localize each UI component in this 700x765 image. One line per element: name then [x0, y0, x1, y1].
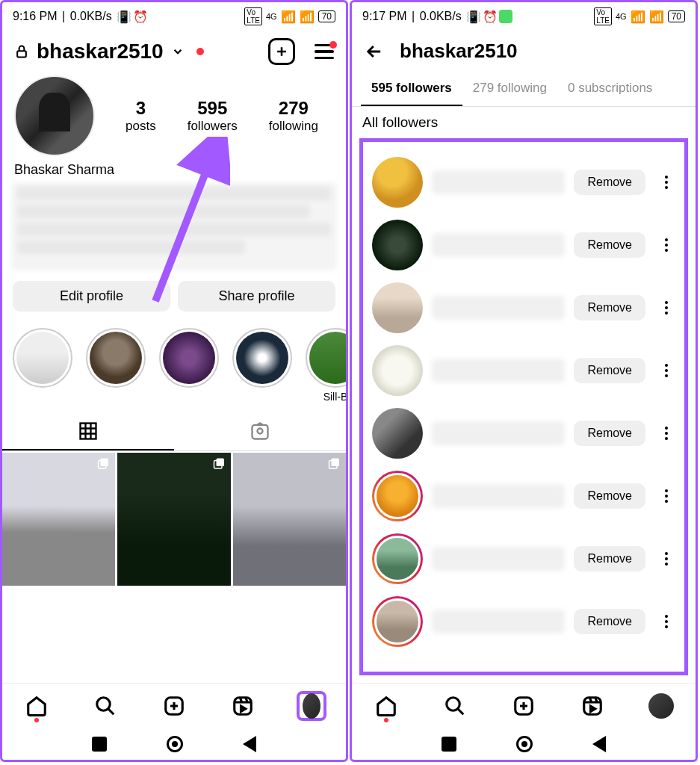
- highlight-4[interactable]: [232, 328, 292, 404]
- remove-follower-button[interactable]: Remove: [574, 358, 645, 383]
- signal-bars-2-icon: 📶: [300, 10, 315, 24]
- nav-reels[interactable]: [228, 691, 258, 721]
- nav-create[interactable]: [159, 691, 189, 721]
- followers-header: bhaskar2510: [352, 31, 696, 72]
- signal-bars-2-icon: 📶: [649, 10, 664, 24]
- follower-row[interactable]: Remove: [368, 465, 680, 527]
- follower-row[interactable]: Remove: [368, 151, 680, 214]
- followers-screen: 9:17 PM | 0.0KB/s 📳 ⏰ VoLTE 4G 📶 📶 70 bh…: [350, 0, 698, 762]
- follower-name-blurred: [432, 170, 565, 194]
- highlight-3[interactable]: [159, 328, 219, 404]
- follower-avatar[interactable]: [372, 220, 423, 270]
- nav-create[interactable]: [509, 691, 539, 721]
- carousel-icon: [213, 457, 226, 471]
- highlight-5[interactable]: Sill-B: [306, 328, 346, 404]
- post-3[interactable]: [233, 453, 346, 586]
- follower-row[interactable]: Remove: [368, 214, 680, 276]
- android-home[interactable]: [516, 736, 533, 752]
- all-followers-label: All followers: [352, 107, 696, 135]
- android-home[interactable]: [167, 736, 183, 752]
- signal-bars-icon: 📶: [631, 10, 645, 24]
- profile-nav-avatar: [303, 693, 320, 719]
- plus-square-icon: [512, 695, 535, 717]
- nav-reels[interactable]: [577, 691, 607, 721]
- grid-tab[interactable]: [2, 413, 174, 450]
- remove-follower-button[interactable]: Remove: [574, 170, 645, 195]
- alarm-icon: ⏰: [133, 10, 148, 24]
- tagged-icon: [250, 421, 270, 442]
- remove-follower-button[interactable]: Remove: [574, 609, 645, 634]
- nav-search[interactable]: [90, 691, 120, 721]
- nav-profile[interactable]: [646, 691, 676, 721]
- more-options-icon[interactable]: [657, 427, 675, 440]
- more-options-icon[interactable]: [657, 489, 675, 503]
- tab-subscriptions[interactable]: 0 subscriptions: [557, 72, 663, 106]
- highlight-1[interactable]: [13, 328, 72, 404]
- followers-stat[interactable]: 595 followers: [188, 98, 238, 134]
- status-net-speed: 0.0KB/s: [420, 10, 462, 23]
- grid-icon: [78, 421, 99, 442]
- remove-follower-button[interactable]: Remove: [574, 421, 645, 446]
- follower-row[interactable]: Remove: [368, 402, 680, 465]
- username-dropdown[interactable]: bhaskar2510: [37, 40, 164, 64]
- carousel-icon: [328, 457, 341, 471]
- following-stat[interactable]: 279 following: [269, 98, 318, 134]
- more-options-icon[interactable]: [657, 615, 675, 628]
- follower-row[interactable]: Remove: [368, 590, 680, 653]
- more-options-icon[interactable]: [657, 301, 675, 315]
- profile-nav-avatar: [648, 693, 674, 719]
- more-options-icon[interactable]: [657, 552, 675, 566]
- highlight-2[interactable]: [86, 328, 146, 404]
- nav-home[interactable]: [371, 691, 401, 721]
- active-app-icon: [499, 10, 512, 23]
- nav-search[interactable]: [440, 691, 470, 721]
- android-recent[interactable]: [92, 737, 107, 752]
- follower-name-blurred: [432, 296, 565, 320]
- posts-stat[interactable]: 3 posts: [126, 98, 156, 134]
- create-post-button[interactable]: [268, 38, 295, 65]
- hamburger-menu-button[interactable]: [315, 44, 334, 60]
- reels-icon: [581, 695, 604, 717]
- follower-avatar[interactable]: [372, 157, 423, 208]
- follower-avatar[interactable]: [372, 408, 423, 459]
- tab-following[interactable]: 279 following: [462, 72, 557, 106]
- remove-follower-button[interactable]: Remove: [574, 295, 645, 320]
- svg-rect-8: [331, 459, 339, 467]
- more-options-icon[interactable]: [657, 176, 675, 189]
- android-recent[interactable]: [442, 737, 456, 752]
- follower-avatar[interactable]: [372, 596, 423, 647]
- followers-list-highlighted: RemoveRemoveRemoveRemoveRemoveRemoveRemo…: [359, 138, 688, 675]
- follower-row[interactable]: Remove: [368, 527, 680, 590]
- svg-rect-0: [17, 51, 26, 57]
- nav-profile[interactable]: [297, 691, 326, 721]
- android-back[interactable]: [592, 736, 606, 752]
- profile-avatar[interactable]: [14, 75, 95, 156]
- tagged-tab[interactable]: [174, 413, 346, 450]
- signal-4g: 4G: [266, 12, 277, 21]
- android-back[interactable]: [243, 736, 256, 752]
- more-options-icon[interactable]: [657, 238, 675, 252]
- follower-avatar[interactable]: [372, 471, 423, 521]
- follower-row[interactable]: Remove: [368, 276, 680, 339]
- edit-profile-button[interactable]: Edit profile: [13, 281, 170, 312]
- display-name: Bhaskar Sharma: [2, 156, 346, 178]
- post-1[interactable]: [2, 453, 115, 586]
- share-profile-button[interactable]: Share profile: [178, 281, 335, 312]
- svg-rect-2: [253, 425, 268, 439]
- remove-follower-button[interactable]: Remove: [574, 483, 645, 509]
- tab-followers[interactable]: 595 followers: [361, 72, 462, 106]
- lock-icon: [14, 43, 29, 61]
- more-options-icon[interactable]: [657, 364, 675, 377]
- follower-avatar[interactable]: [372, 282, 423, 333]
- follower-avatar[interactable]: [372, 533, 423, 584]
- chevron-down-icon[interactable]: [171, 45, 185, 58]
- alarm-icon: ⏰: [483, 10, 498, 24]
- nav-home[interactable]: [22, 691, 52, 721]
- follower-row[interactable]: Remove: [368, 339, 680, 402]
- remove-follower-button[interactable]: Remove: [574, 546, 645, 572]
- follower-avatar[interactable]: [372, 345, 423, 396]
- remove-follower-button[interactable]: Remove: [574, 232, 645, 258]
- profile-header: bhaskar2510: [2, 31, 346, 68]
- post-2[interactable]: [117, 453, 230, 586]
- back-arrow-icon[interactable]: [364, 41, 385, 62]
